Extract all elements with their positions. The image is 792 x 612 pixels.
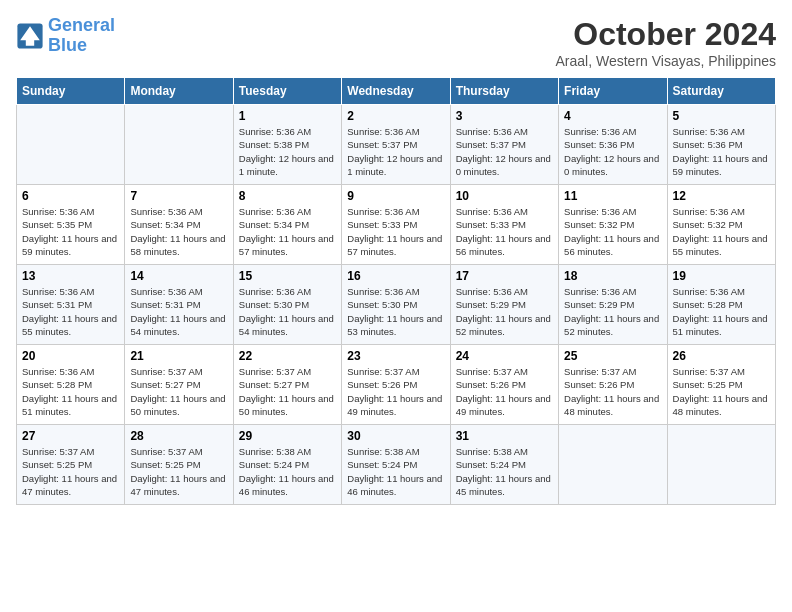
- day-number: 24: [456, 349, 553, 363]
- day-number: 17: [456, 269, 553, 283]
- day-number: 7: [130, 189, 227, 203]
- day-info: Sunrise: 5:36 AM Sunset: 5:33 PM Dayligh…: [456, 205, 553, 258]
- day-info: Sunrise: 5:37 AM Sunset: 5:26 PM Dayligh…: [456, 365, 553, 418]
- day-number: 26: [673, 349, 770, 363]
- day-info: Sunrise: 5:37 AM Sunset: 5:26 PM Dayligh…: [564, 365, 661, 418]
- calendar-cell: 9Sunrise: 5:36 AM Sunset: 5:33 PM Daylig…: [342, 185, 450, 265]
- calendar-cell: 17Sunrise: 5:36 AM Sunset: 5:29 PM Dayli…: [450, 265, 558, 345]
- day-number: 15: [239, 269, 336, 283]
- day-number: 31: [456, 429, 553, 443]
- day-info: Sunrise: 5:36 AM Sunset: 5:31 PM Dayligh…: [130, 285, 227, 338]
- day-number: 16: [347, 269, 444, 283]
- calendar-week-row: 20Sunrise: 5:36 AM Sunset: 5:28 PM Dayli…: [17, 345, 776, 425]
- calendar-cell: 12Sunrise: 5:36 AM Sunset: 5:32 PM Dayli…: [667, 185, 775, 265]
- day-number: 22: [239, 349, 336, 363]
- day-number: 30: [347, 429, 444, 443]
- weekday-header-row: SundayMondayTuesdayWednesdayThursdayFrid…: [17, 78, 776, 105]
- calendar-cell: 11Sunrise: 5:36 AM Sunset: 5:32 PM Dayli…: [559, 185, 667, 265]
- title-block: October 2024 Araal, Western Visayas, Phi…: [556, 16, 776, 69]
- calendar-cell: 16Sunrise: 5:36 AM Sunset: 5:30 PM Dayli…: [342, 265, 450, 345]
- weekday-header-monday: Monday: [125, 78, 233, 105]
- day-info: Sunrise: 5:36 AM Sunset: 5:31 PM Dayligh…: [22, 285, 119, 338]
- calendar-cell: 6Sunrise: 5:36 AM Sunset: 5:35 PM Daylig…: [17, 185, 125, 265]
- day-number: 12: [673, 189, 770, 203]
- day-number: 18: [564, 269, 661, 283]
- day-info: Sunrise: 5:36 AM Sunset: 5:33 PM Dayligh…: [347, 205, 444, 258]
- location-subtitle: Araal, Western Visayas, Philippines: [556, 53, 776, 69]
- day-number: 23: [347, 349, 444, 363]
- day-info: Sunrise: 5:36 AM Sunset: 5:35 PM Dayligh…: [22, 205, 119, 258]
- month-title: October 2024: [556, 16, 776, 53]
- calendar-cell: 25Sunrise: 5:37 AM Sunset: 5:26 PM Dayli…: [559, 345, 667, 425]
- day-info: Sunrise: 5:36 AM Sunset: 5:28 PM Dayligh…: [22, 365, 119, 418]
- calendar-cell: 3Sunrise: 5:36 AM Sunset: 5:37 PM Daylig…: [450, 105, 558, 185]
- day-info: Sunrise: 5:37 AM Sunset: 5:27 PM Dayligh…: [130, 365, 227, 418]
- weekday-header-friday: Friday: [559, 78, 667, 105]
- calendar-week-row: 6Sunrise: 5:36 AM Sunset: 5:35 PM Daylig…: [17, 185, 776, 265]
- calendar-cell: 30Sunrise: 5:38 AM Sunset: 5:24 PM Dayli…: [342, 425, 450, 505]
- calendar-week-row: 13Sunrise: 5:36 AM Sunset: 5:31 PM Dayli…: [17, 265, 776, 345]
- day-info: Sunrise: 5:36 AM Sunset: 5:30 PM Dayligh…: [239, 285, 336, 338]
- calendar-cell: [17, 105, 125, 185]
- calendar-table: SundayMondayTuesdayWednesdayThursdayFrid…: [16, 77, 776, 505]
- calendar-cell: 14Sunrise: 5:36 AM Sunset: 5:31 PM Dayli…: [125, 265, 233, 345]
- day-number: 25: [564, 349, 661, 363]
- day-info: Sunrise: 5:36 AM Sunset: 5:29 PM Dayligh…: [456, 285, 553, 338]
- day-number: 28: [130, 429, 227, 443]
- page-header: General Blue October 2024 Araal, Western…: [16, 16, 776, 69]
- day-number: 14: [130, 269, 227, 283]
- day-number: 8: [239, 189, 336, 203]
- day-info: Sunrise: 5:36 AM Sunset: 5:30 PM Dayligh…: [347, 285, 444, 338]
- calendar-cell: 19Sunrise: 5:36 AM Sunset: 5:28 PM Dayli…: [667, 265, 775, 345]
- weekday-header-wednesday: Wednesday: [342, 78, 450, 105]
- day-number: 2: [347, 109, 444, 123]
- calendar-cell: 8Sunrise: 5:36 AM Sunset: 5:34 PM Daylig…: [233, 185, 341, 265]
- calendar-cell: 18Sunrise: 5:36 AM Sunset: 5:29 PM Dayli…: [559, 265, 667, 345]
- day-number: 11: [564, 189, 661, 203]
- calendar-cell: 15Sunrise: 5:36 AM Sunset: 5:30 PM Dayli…: [233, 265, 341, 345]
- day-info: Sunrise: 5:36 AM Sunset: 5:28 PM Dayligh…: [673, 285, 770, 338]
- day-number: 29: [239, 429, 336, 443]
- weekday-header-tuesday: Tuesday: [233, 78, 341, 105]
- weekday-header-sunday: Sunday: [17, 78, 125, 105]
- day-number: 9: [347, 189, 444, 203]
- day-info: Sunrise: 5:36 AM Sunset: 5:32 PM Dayligh…: [564, 205, 661, 258]
- day-info: Sunrise: 5:36 AM Sunset: 5:34 PM Dayligh…: [239, 205, 336, 258]
- day-info: Sunrise: 5:36 AM Sunset: 5:32 PM Dayligh…: [673, 205, 770, 258]
- day-number: 3: [456, 109, 553, 123]
- weekday-header-saturday: Saturday: [667, 78, 775, 105]
- calendar-cell: 28Sunrise: 5:37 AM Sunset: 5:25 PM Dayli…: [125, 425, 233, 505]
- day-info: Sunrise: 5:37 AM Sunset: 5:25 PM Dayligh…: [673, 365, 770, 418]
- calendar-cell: 24Sunrise: 5:37 AM Sunset: 5:26 PM Dayli…: [450, 345, 558, 425]
- calendar-cell: 31Sunrise: 5:38 AM Sunset: 5:24 PM Dayli…: [450, 425, 558, 505]
- weekday-header-thursday: Thursday: [450, 78, 558, 105]
- logo: General Blue: [16, 16, 115, 56]
- day-number: 20: [22, 349, 119, 363]
- day-info: Sunrise: 5:36 AM Sunset: 5:29 PM Dayligh…: [564, 285, 661, 338]
- day-info: Sunrise: 5:36 AM Sunset: 5:34 PM Dayligh…: [130, 205, 227, 258]
- day-info: Sunrise: 5:36 AM Sunset: 5:37 PM Dayligh…: [456, 125, 553, 178]
- day-info: Sunrise: 5:37 AM Sunset: 5:25 PM Dayligh…: [130, 445, 227, 498]
- calendar-cell: 21Sunrise: 5:37 AM Sunset: 5:27 PM Dayli…: [125, 345, 233, 425]
- calendar-cell: 20Sunrise: 5:36 AM Sunset: 5:28 PM Dayli…: [17, 345, 125, 425]
- calendar-cell: 29Sunrise: 5:38 AM Sunset: 5:24 PM Dayli…: [233, 425, 341, 505]
- day-info: Sunrise: 5:36 AM Sunset: 5:37 PM Dayligh…: [347, 125, 444, 178]
- day-number: 6: [22, 189, 119, 203]
- day-number: 21: [130, 349, 227, 363]
- day-number: 27: [22, 429, 119, 443]
- calendar-cell: [667, 425, 775, 505]
- day-info: Sunrise: 5:37 AM Sunset: 5:27 PM Dayligh…: [239, 365, 336, 418]
- calendar-week-row: 27Sunrise: 5:37 AM Sunset: 5:25 PM Dayli…: [17, 425, 776, 505]
- calendar-cell: 10Sunrise: 5:36 AM Sunset: 5:33 PM Dayli…: [450, 185, 558, 265]
- day-info: Sunrise: 5:36 AM Sunset: 5:38 PM Dayligh…: [239, 125, 336, 178]
- day-info: Sunrise: 5:38 AM Sunset: 5:24 PM Dayligh…: [456, 445, 553, 498]
- calendar-cell: 2Sunrise: 5:36 AM Sunset: 5:37 PM Daylig…: [342, 105, 450, 185]
- calendar-cell: [125, 105, 233, 185]
- day-number: 1: [239, 109, 336, 123]
- day-number: 5: [673, 109, 770, 123]
- logo-icon: [16, 22, 44, 50]
- day-number: 13: [22, 269, 119, 283]
- day-info: Sunrise: 5:37 AM Sunset: 5:25 PM Dayligh…: [22, 445, 119, 498]
- day-info: Sunrise: 5:36 AM Sunset: 5:36 PM Dayligh…: [673, 125, 770, 178]
- day-number: 10: [456, 189, 553, 203]
